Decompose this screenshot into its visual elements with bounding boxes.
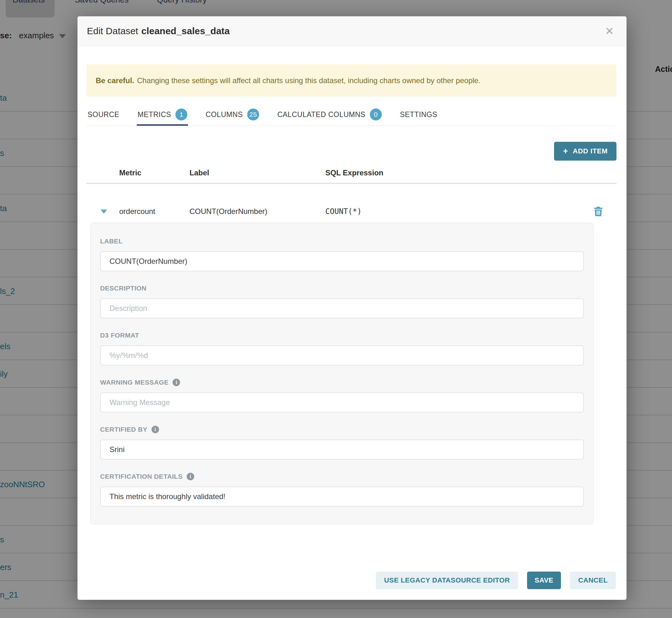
certified-by-input[interactable]: [100, 439, 584, 459]
tab-columns[interactable]: COLUMNS 25: [205, 104, 259, 125]
column-header-label: Label: [189, 169, 209, 177]
tab-calculated-columns[interactable]: CALCULATED COLUMNS 0: [277, 104, 382, 125]
description-input[interactable]: [100, 298, 584, 318]
field-warning-message: WARNING MESSAGE i: [100, 379, 584, 413]
plus-icon: +: [563, 147, 568, 156]
warning-message-input[interactable]: [100, 393, 584, 413]
modal-title-prefix: Edit Dataset: [87, 26, 138, 36]
columns-count-badge: 25: [247, 109, 259, 120]
field-d3-format: D3 FORMAT: [100, 332, 584, 366]
field-description: DESCRIPTION: [100, 285, 584, 318]
calculated-columns-count-badge: 0: [370, 109, 382, 120]
certification-details-input[interactable]: [100, 487, 584, 507]
d3-format-input[interactable]: [100, 345, 584, 366]
tab-source[interactable]: SOURCE: [88, 104, 119, 125]
label-input[interactable]: [100, 251, 584, 271]
metric-row: ordercount COUNT(OrderNumber) COUNT(*): [86, 200, 616, 222]
use-legacy-datasource-editor-button[interactable]: USE LEGACY DATASOURCE EDITOR: [376, 572, 518, 589]
modal-title: Edit Datasetcleaned_sales_data: [87, 26, 230, 36]
modal-tab-bar: SOURCE METRICS 1 COLUMNS 25 CALCULATED C…: [86, 104, 616, 126]
field-certified-by: CERTIFIED BY i: [100, 426, 584, 459]
metric-detail-panel: LABEL DESCRIPTION D3 FORMAT WARNING MESS…: [90, 223, 594, 524]
info-icon: i: [187, 473, 194, 480]
field-certification-details: CERTIFICATION DETAILS i: [100, 473, 584, 507]
edit-dataset-modal: Edit Datasetcleaned_sales_data ✕ Be care…: [78, 16, 627, 600]
modal-title-dataset-name: cleaned_sales_data: [141, 26, 230, 36]
metrics-count-badge: 1: [175, 109, 187, 120]
column-header-metric: Metric: [119, 169, 141, 177]
modal-footer: USE LEGACY DATASOURCE EDITOR SAVE CANCEL: [78, 572, 616, 589]
cancel-button[interactable]: CANCEL: [570, 572, 616, 589]
warning-banner: Be careful. Changing these settings will…: [86, 64, 616, 97]
warning-bold: Be careful.: [96, 76, 134, 85]
column-header-sql-expression: SQL Expression: [325, 169, 383, 177]
delete-metric-trash-icon[interactable]: [594, 206, 603, 216]
close-icon[interactable]: ✕: [605, 26, 614, 36]
expand-caret-icon[interactable]: [101, 210, 107, 214]
info-icon: i: [152, 426, 159, 433]
metric-name-cell: ordercount: [119, 200, 155, 222]
save-button[interactable]: SAVE: [527, 572, 561, 589]
add-item-button[interactable]: + ADD ITEM: [554, 142, 616, 161]
modal-header: Edit Datasetcleaned_sales_data ✕: [78, 16, 627, 46]
tab-metrics[interactable]: METRICS 1: [137, 104, 187, 125]
tab-settings[interactable]: SETTINGS: [400, 104, 437, 125]
metric-label-cell: COUNT(OrderNumber): [189, 200, 267, 222]
warning-text: Changing these settings will affect all …: [137, 76, 481, 85]
screen: Datasets Saved Queries Query History se:…: [0, 0, 672, 618]
table-header-divider: [86, 183, 616, 184]
field-label: LABEL: [100, 237, 584, 271]
metric-sql-cell: COUNT(*): [325, 200, 362, 222]
info-icon: i: [173, 379, 180, 386]
